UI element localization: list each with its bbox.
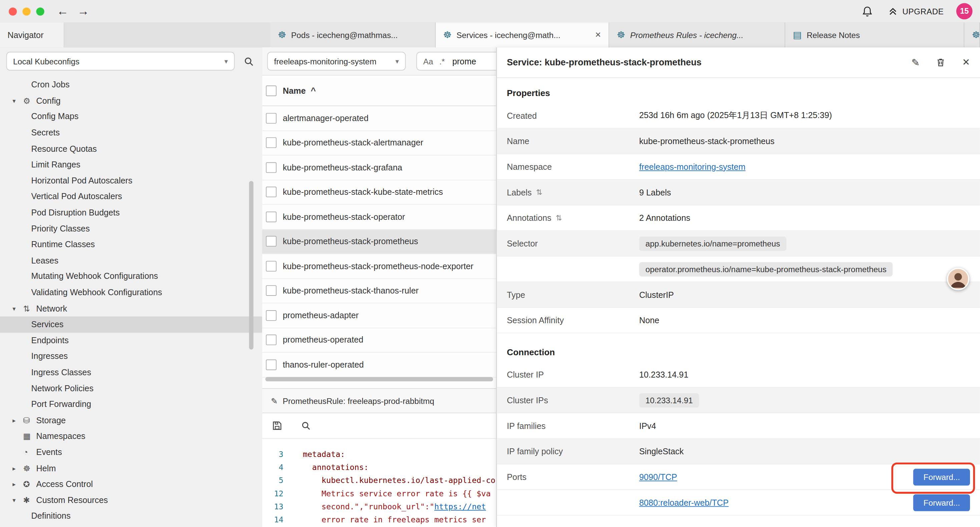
drawer-header: Service: kube-prometheus-stack-prometheu… [497,47,980,78]
sidebar-item[interactable]: Port Forwarding [0,396,262,412]
code-line: 14 error rate in freeleaps metrics ser [262,513,496,526]
sidebar-scrollbar[interactable] [249,181,253,350]
sidebar-item[interactable]: Network Policies [0,380,262,396]
search-input[interactable] [451,56,496,66]
sidebar-item[interactable]: ▾ ⚙ Config [0,93,262,109]
minimize-window-button[interactable] [22,7,30,15]
edit-icon[interactable]: ✎ [911,56,920,68]
sidebar-item[interactable]: Horizontal Pod Autoscalers [0,173,262,189]
close-icon[interactable]: ✕ [595,31,601,39]
row-checkbox[interactable] [266,113,277,123]
sidebar-item[interactable]: Vertical Pod Autoscalers [0,188,262,204]
forward-button[interactable]: Forward... [914,494,970,511]
row-checkbox[interactable] [266,310,277,321]
table-row[interactable]: kube-prometheus-stack-kube-state-metrics [262,180,496,205]
notifications-bell-icon[interactable] [860,4,875,19]
trash-icon[interactable] [933,55,948,70]
table-row[interactable]: alertmanager-operated [262,106,496,131]
chevron-icon: ▸ [12,465,23,471]
kubeconfig-selector[interactable]: Local Kubeconfigs [6,52,235,70]
sidebar-item[interactable]: ▦ Namespaces [0,428,262,444]
sidebar-item[interactable]: Leases [0,253,262,269]
sidebar-item[interactable]: ▾ ⇅ Network [0,301,262,317]
sidebar-item[interactable]: Secrets [0,125,262,141]
editor-tab[interactable]: ☸ Pods - icecheng@mathmas... [270,22,436,47]
sidebar-item[interactable]: Resource Quotas [0,141,262,157]
find-icon[interactable] [298,418,313,433]
sidebar-item[interactable]: ▸ ☸ Helm [0,460,262,476]
sidebar-item[interactable]: ◔ Events [0,444,262,460]
table-row[interactable]: prometheus-adapter [262,303,496,328]
table-row[interactable]: kube-prometheus-stack-operator [262,205,496,229]
row-checkbox[interactable] [266,162,277,173]
double-chevron-up-icon [887,6,898,17]
sidebar-item[interactable]: Limit Ranges [0,157,262,173]
row-label: Labels [507,188,531,197]
match-case-toggle[interactable]: Aa [423,56,433,66]
horizontal-scrollbar[interactable] [265,377,493,381]
row-checkbox[interactable] [266,334,277,345]
editor-tab[interactable]: ▤ Release Notes [785,22,964,47]
close-window-button[interactable] [9,7,17,15]
yaml-editor[interactable]: 3 metadata: 4 annotations: 5 kubectl.kub… [262,439,496,526]
port-link[interactable]: 9090/TCP [639,472,677,482]
sort-icon[interactable]: ⇅ [556,213,562,222]
sidebar-item[interactable]: Mutating Webhook Configurations [0,269,262,285]
drawer-row: Labels ⇅ 9 Labels [497,180,980,205]
sidebar-item[interactable]: Cron Jobs [0,77,262,93]
table-row[interactable]: kube-prometheus-stack-grafana [262,155,496,180]
notification-count-badge[interactable]: 15 [956,3,973,19]
row-checkbox[interactable] [266,137,277,148]
editor-tab[interactable]: ☸ Services - icecheng@math... ✕ [436,22,609,47]
drawer-row: Namespace freeleaps-monitoring-system [497,154,980,180]
row-checkbox[interactable] [266,212,277,222]
service-name: kube-prometheus-stack-alertmanager [283,138,423,147]
row-checkbox[interactable] [266,187,277,197]
service-table: alertmanager-operated kube-prometheus-st… [262,106,496,377]
table-row[interactable]: kube-prometheus-stack-thanos-ruler [262,279,496,304]
sidebar-item[interactable]: Endpoints [0,332,262,348]
select-all-checkbox[interactable] [266,85,277,96]
sidebar-item[interactable]: ▸ ⛁ Storage [0,412,262,428]
row-checkbox[interactable] [266,285,277,296]
sidebar-item[interactable]: Config Maps [0,109,262,125]
table-row[interactable]: kube-prometheus-stack-prometheus [262,229,496,254]
namespace-link[interactable]: freeleaps-monitoring-system [639,162,746,172]
forward-button[interactable]: → [77,0,89,22]
row-checkbox[interactable] [266,359,277,370]
sort-icon[interactable]: ⇅ [536,188,542,196]
row-checkbox[interactable] [266,236,277,247]
upgrade-button[interactable]: UPGRADE [887,6,943,17]
port-link[interactable]: 8080:reloader-web/TCP [639,498,729,507]
sidebar-item[interactable]: Services [0,317,262,333]
table-row[interactable]: kube-prometheus-stack-alertmanager [262,131,496,155]
name-column-header[interactable]: Name [283,86,306,95]
sidebar-item[interactable]: ▸ ✪ Access Control [0,476,262,492]
dock-tab[interactable]: ✎ PrometheusRule: freeleaps-prod-rabbitm… [262,389,496,412]
sidebar-item[interactable]: Runtime Classes [0,236,262,253]
table-row[interactable]: kube-prometheus-stack-prometheus-node-ex… [262,254,496,279]
table-row[interactable]: prometheus-operated [262,328,496,353]
regex-toggle[interactable]: .* [439,56,445,66]
sidebar-item[interactable]: Ingress Classes [0,364,262,380]
close-icon[interactable]: ✕ [962,57,970,68]
sidebar-item[interactable]: Ingresses [0,348,262,364]
row-value: IPv4 [639,421,656,430]
save-icon[interactable] [269,418,285,433]
editor-tab[interactable]: ☸ Prometheus Rules - icecheng... [609,22,786,47]
editor-tab[interactable]: ☸ Argo Se [964,22,980,47]
avatar[interactable] [947,268,969,290]
namespace-filter-dropdown[interactable]: freeleaps-monitoring-system [267,52,406,70]
back-button[interactable]: ← [57,0,69,22]
table-row[interactable]: thanos-ruler-operated [262,353,496,377]
sidebar-item[interactable]: Priority Classes [0,220,262,236]
sidebar-item[interactable]: Pod Disruption Budgets [0,204,262,220]
sidebar-item[interactable]: Definitions [0,508,262,524]
search-icon[interactable] [241,54,256,69]
search-box[interactable]: Aa .* [416,52,496,70]
sidebar-item[interactable]: ▾ ✱ Custom Resources [0,492,262,508]
zoom-window-button[interactable] [37,7,45,15]
forward-button[interactable]: Forward... [914,468,970,485]
row-checkbox[interactable] [266,261,277,272]
sidebar-item[interactable]: Validating Webhook Configurations [0,285,262,301]
